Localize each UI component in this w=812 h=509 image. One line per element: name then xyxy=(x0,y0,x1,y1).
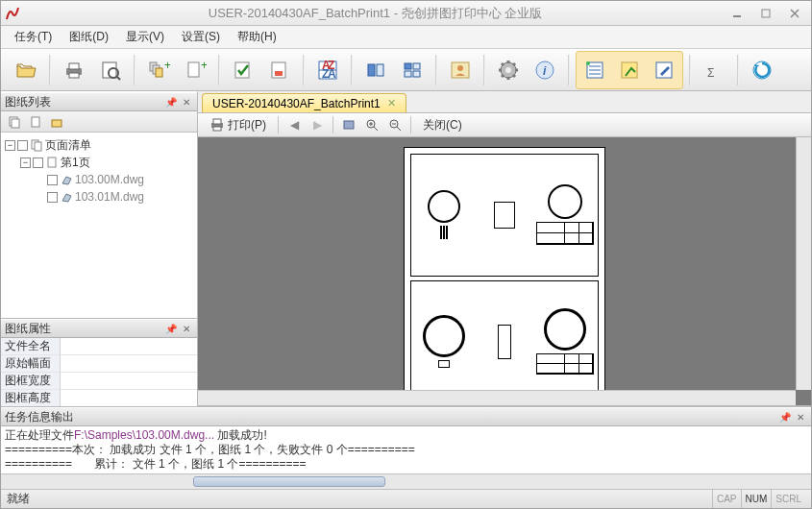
document-tab[interactable]: USER-20140430AF_BatchPrint1 ✕ xyxy=(202,93,406,112)
prop-key: 原始幅面 xyxy=(1,355,61,372)
status-bar: 就绪 CAP NUM SCRL xyxy=(1,489,811,508)
tree-file: 103.00M.dwg xyxy=(75,173,144,186)
scrollbar-horizontal[interactable] xyxy=(198,390,796,405)
prop-val[interactable] xyxy=(61,338,197,354)
dwg-icon xyxy=(60,190,73,204)
pin-icon[interactable]: 📌 xyxy=(778,410,792,424)
svg-line-68 xyxy=(397,127,401,131)
tab-close-icon[interactable]: ✕ xyxy=(386,98,398,109)
svg-rect-23 xyxy=(368,64,375,76)
drawing-tree[interactable]: − 页面清单 − 第1页 103.00M.dwg xyxy=(1,133,197,318)
checkbox[interactable] xyxy=(17,140,28,151)
zoom-out-icon[interactable] xyxy=(387,117,403,133)
zoom-in-icon[interactable] xyxy=(364,117,380,133)
next-page-icon[interactable]: ▶ xyxy=(309,117,325,133)
validate-button[interactable] xyxy=(226,53,260,87)
svg-line-37 xyxy=(502,63,504,65)
layout-single-button[interactable] xyxy=(358,53,393,87)
edit-view-button[interactable] xyxy=(647,53,681,87)
prop-val[interactable] xyxy=(61,355,197,372)
properties-header: 图纸属性 📌 ✕ xyxy=(1,319,197,338)
page-icon xyxy=(45,156,59,169)
checkbox[interactable] xyxy=(33,158,43,168)
menu-task[interactable]: 任务(T) xyxy=(7,26,60,48)
page-icon[interactable] xyxy=(26,113,45,131)
collapse-icon[interactable]: − xyxy=(5,140,15,151)
svg-rect-3 xyxy=(69,63,79,69)
document-toolbar: 打印(P) ◀ ▶ 关闭(C) xyxy=(198,112,811,137)
output-header: 任务信息输出 📌 ✕ xyxy=(1,407,811,426)
svg-text:A: A xyxy=(328,67,336,81)
svg-rect-28 xyxy=(413,71,420,77)
output-text[interactable]: 正在处理文件F:\Samples\103.00M.dwg... 加载成功! ==… xyxy=(1,426,811,473)
copy-icon[interactable] xyxy=(5,113,24,131)
fit-page-icon[interactable] xyxy=(341,117,357,133)
menu-setting[interactable]: 设置(S) xyxy=(174,26,228,48)
close-button[interactable] xyxy=(782,5,807,22)
doc-close-button[interactable]: 关闭(C) xyxy=(419,115,466,135)
svg-line-64 xyxy=(374,127,378,131)
status-scrl: SCRL xyxy=(771,490,805,508)
drawing-list-title: 图纸列表 xyxy=(5,94,162,110)
svg-rect-1 xyxy=(762,10,770,17)
scrollbar-vertical[interactable] xyxy=(796,137,811,390)
menu-display[interactable]: 显示(V) xyxy=(118,26,172,48)
tree-root: 页面清单 xyxy=(45,137,91,154)
svg-rect-58 xyxy=(48,158,56,167)
svg-rect-12 xyxy=(188,62,199,77)
print-button[interactable] xyxy=(57,53,91,87)
tab-label: USER-20140430AF_BatchPrint1 xyxy=(212,97,381,110)
svg-rect-53 xyxy=(12,119,19,128)
menu-drawing[interactable]: 图纸(D) xyxy=(62,26,116,48)
prop-val[interactable] xyxy=(61,373,197,389)
prop-key: 文件全名 xyxy=(1,338,61,354)
open-button[interactable] xyxy=(9,53,43,87)
user-button[interactable] xyxy=(443,53,478,87)
svg-text:+: + xyxy=(164,59,170,72)
app-icon xyxy=(5,6,20,21)
svg-rect-55 xyxy=(52,120,62,127)
checkbox[interactable] xyxy=(47,175,58,185)
svg-line-38 xyxy=(513,75,515,77)
pin-icon[interactable]: 📌 xyxy=(164,95,178,109)
print-preview-button[interactable] xyxy=(93,53,128,87)
tree-toolbar xyxy=(1,111,197,133)
menu-help[interactable]: 帮助(H) xyxy=(230,26,284,48)
info-button[interactable]: i xyxy=(528,53,562,87)
refresh-button[interactable] xyxy=(745,53,779,87)
doc-print-button[interactable]: 打印(P) xyxy=(206,115,270,135)
preview-area[interactable] xyxy=(198,137,811,406)
output-title: 任务信息输出 xyxy=(5,409,776,425)
prop-key: 图框高度 xyxy=(1,390,61,406)
panel-close-icon[interactable]: ✕ xyxy=(180,322,193,335)
pin-icon[interactable]: 📌 xyxy=(164,322,178,335)
add-file-button[interactable]: + xyxy=(178,53,212,87)
svg-line-7 xyxy=(117,77,120,80)
menu-bar: 任务(T) 图纸(D) 显示(V) 设置(S) 帮助(H) xyxy=(1,26,811,49)
minimize-button[interactable] xyxy=(725,5,750,22)
property-grid: 文件全名 原始幅面 图框宽度 图框高度 xyxy=(1,338,197,406)
svg-line-39 xyxy=(502,75,504,77)
checkbox[interactable] xyxy=(47,192,58,203)
folder-icon[interactable] xyxy=(47,113,66,131)
panel-close-icon[interactable]: ✕ xyxy=(180,95,193,109)
svg-rect-60 xyxy=(213,119,221,124)
sum-button[interactable]: Σ xyxy=(697,53,731,87)
collapse-icon[interactable]: − xyxy=(20,158,31,168)
tag-button[interactable] xyxy=(262,53,297,87)
list-view-button[interactable] xyxy=(578,53,612,87)
sort-az-button[interactable]: AZZA xyxy=(310,53,345,87)
prop-val[interactable] xyxy=(61,390,197,406)
layout-grid-button[interactable] xyxy=(395,53,430,87)
panel-close-icon[interactable]: ✕ xyxy=(794,410,807,424)
output-scrollbar[interactable] xyxy=(1,473,811,489)
add-folder-button[interactable]: + xyxy=(141,53,176,87)
status-num: NUM xyxy=(741,490,772,508)
form-view-button[interactable] xyxy=(612,53,647,87)
maximize-button[interactable] xyxy=(753,5,778,22)
settings-button[interactable] xyxy=(491,53,526,87)
doc-print-label: 打印(P) xyxy=(228,117,266,133)
prop-key: 图框宽度 xyxy=(1,373,61,389)
prev-page-icon[interactable]: ◀ xyxy=(286,117,302,133)
svg-point-32 xyxy=(505,67,511,73)
